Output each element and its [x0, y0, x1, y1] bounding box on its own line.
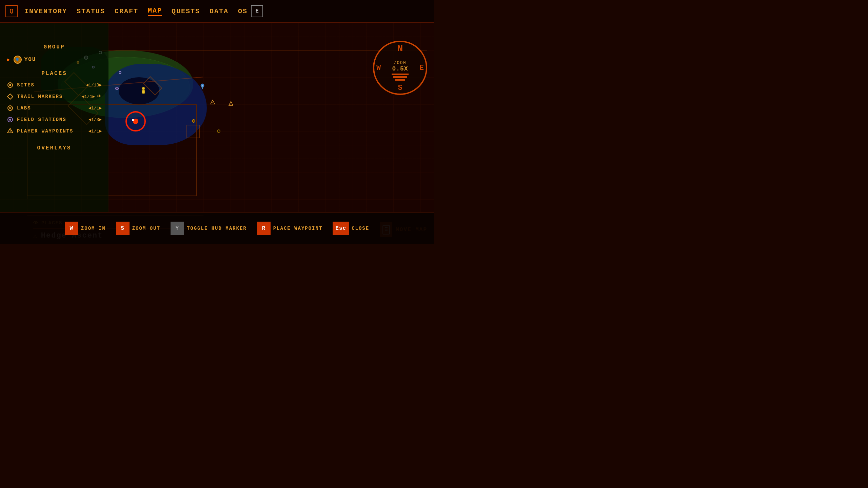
zoom-value: 0.5X — [392, 65, 408, 72]
nav-inventory[interactable]: INVENTORY — [24, 7, 67, 15]
group-label: GROUP — [0, 40, 108, 53]
key-w[interactable]: W — [65, 222, 78, 235]
overlays-label: OVERLAYS — [0, 141, 108, 154]
bar-3 — [395, 79, 405, 81]
places-list: SITES ◄1/13► TRAIL MARKERS ◄1/1► 👁 LABS — [0, 79, 108, 137]
key-esc[interactable]: Esc — [333, 222, 349, 235]
warning-marker-1: ! — [210, 100, 215, 104]
eye-icon: 👁 — [97, 94, 102, 99]
marker-sm-5 — [217, 129, 220, 133]
place-labs[interactable]: LABS ◄1/1► — [3, 102, 105, 114]
search-button[interactable]: Q — [5, 5, 18, 17]
marker-purple-3 — [115, 87, 119, 90]
cursor-dot — [132, 119, 134, 121]
compass-bars — [392, 74, 409, 81]
sites-label: SITES — [17, 82, 86, 88]
player-icon: 👤 — [14, 56, 22, 64]
svg-rect-1 — [142, 90, 145, 94]
compass: N S W E ZOOM 0.5X — [373, 41, 427, 95]
nav-data[interactable]: DATA — [210, 7, 229, 15]
svg-text:i: i — [202, 85, 203, 87]
key-r[interactable]: R — [257, 222, 271, 235]
nav-craft[interactable]: CRAFT — [115, 7, 138, 15]
svg-text:!: ! — [230, 103, 232, 105]
svg-marker-11 — [7, 94, 13, 99]
svg-point-10 — [9, 84, 11, 86]
action-zoom-out: S ZOOM OUT — [116, 222, 160, 235]
labs-label: LABS — [17, 105, 88, 111]
player-entry: ▶ 👤 YOU — [0, 53, 108, 66]
zoom-label: ZOOM — [392, 61, 408, 65]
top-nav: Q INVENTORY STATUS CRAFT MAP QUESTS DATA… — [0, 0, 434, 23]
bar-1 — [392, 74, 409, 75]
action-zoom-in: W ZOOM IN — [65, 222, 106, 235]
field-icon — [7, 116, 14, 123]
e-button[interactable]: E — [251, 5, 263, 17]
key-s[interactable]: S — [116, 222, 130, 235]
key-y[interactable]: Y — [171, 222, 184, 235]
svg-point-0 — [142, 87, 145, 90]
waypoint-label: PLAYER WAYPOINTS — [17, 128, 88, 134]
place-waypoints[interactable]: PLAYER WAYPOINTS ◄1/1► — [3, 125, 105, 137]
labs-counter: ◄1/1► — [88, 106, 102, 111]
trail-counter: ◄1/1► — [82, 94, 95, 99]
label-close: CLOSE — [352, 226, 369, 231]
marker-sm-4 — [192, 119, 195, 123]
compass-north: N — [397, 43, 403, 54]
nav-quests[interactable]: QUESTS — [172, 7, 200, 15]
label-waypoint: PLACE WAYPOINT — [273, 226, 323, 231]
trail-label: TRAIL MARKERS — [17, 94, 82, 99]
sites-icon — [7, 82, 14, 88]
bar-2 — [393, 76, 407, 78]
compass-zoom: ZOOM 0.5X — [392, 61, 408, 72]
place-field-stations[interactable]: FIELD STATIONS ◄1/3► — [3, 114, 105, 125]
action-close: Esc CLOSE — [333, 222, 369, 235]
place-sites[interactable]: SITES ◄1/13► — [3, 79, 105, 91]
nav-map[interactable]: MAP — [148, 7, 162, 16]
nav-items: INVENTORY STATUS CRAFT MAP QUESTS DATA O… — [24, 7, 248, 16]
field-counter: ◄1/3► — [88, 117, 102, 122]
compass-ring: N S W E ZOOM 0.5X — [373, 41, 427, 95]
waypoint-icon — [7, 128, 14, 135]
warning-marker-2: ! — [229, 101, 233, 106]
label-toggle-hud: TOGGLE HUD MARKER — [187, 226, 247, 231]
label-zoom-out: ZOOM OUT — [132, 226, 160, 231]
marker-purple-2 — [119, 71, 121, 74]
svg-point-14 — [9, 119, 11, 121]
sidebar: GROUP ▶ 👤 YOU PLACES SITES ◄1/13► — [0, 23, 108, 212]
map-square-1 — [186, 125, 200, 138]
bottom-bar: W ZOOM IN S ZOOM OUT Y TOGGLE HUD MARKER… — [0, 212, 434, 244]
search-icon: Q — [10, 8, 14, 15]
compass-south: S — [398, 84, 402, 92]
svg-text:!: ! — [212, 101, 213, 104]
compass-west: W — [376, 64, 381, 72]
player-label: YOU — [24, 57, 36, 63]
label-zoom-in: ZOOM IN — [81, 226, 106, 231]
nav-os[interactable]: OS — [238, 7, 248, 15]
places-label: PLACES — [0, 66, 108, 79]
player-arrow: ▶ — [7, 56, 11, 63]
trail-icon — [7, 93, 14, 100]
nav-status[interactable]: STATUS — [77, 7, 105, 15]
labs-icon — [7, 105, 14, 111]
pin-blue: i — [200, 83, 205, 90]
sites-counter: ◄1/13► — [86, 83, 102, 88]
action-toggle-hud: Y TOGGLE HUD MARKER — [171, 222, 247, 235]
field-label: FIELD STATIONS — [17, 117, 88, 122]
action-waypoint: R PLACE WAYPOINT — [257, 222, 323, 235]
place-trail-markers[interactable]: TRAIL MARKERS ◄1/1► 👁 — [3, 91, 105, 102]
waypoint-counter: ◄1/1► — [88, 129, 102, 134]
player-figure-marker — [140, 87, 146, 94]
compass-east: E — [419, 64, 424, 72]
player-location-marker — [125, 111, 146, 131]
